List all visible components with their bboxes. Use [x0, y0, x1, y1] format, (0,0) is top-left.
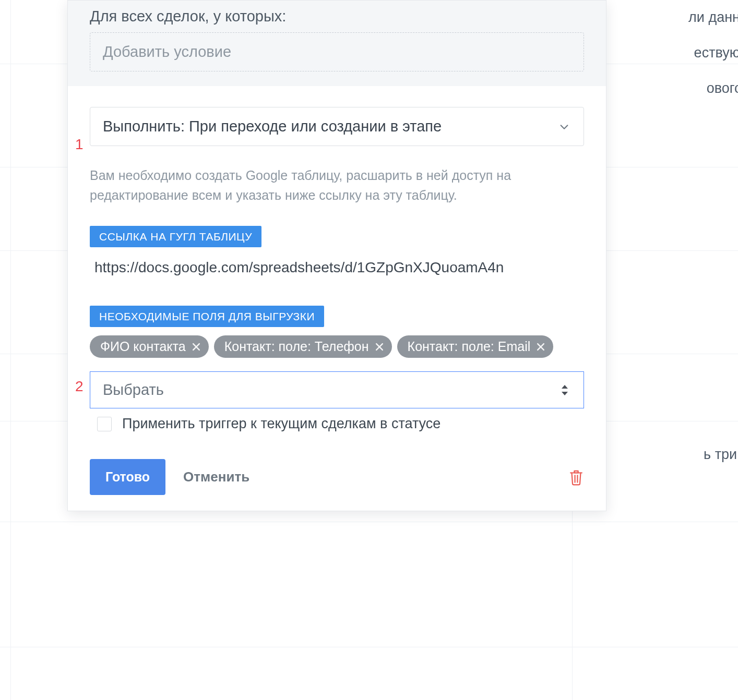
sort-arrows-icon	[561, 384, 569, 396]
remove-tag-icon[interactable]	[191, 342, 201, 352]
chevron-down-icon	[558, 121, 570, 132]
field-tag-label: Контакт: поле: Email	[408, 339, 531, 354]
export-fields-tags: ФИО контакта Контакт: поле: Телефон Конт…	[90, 335, 584, 358]
done-button[interactable]: Готово	[90, 459, 165, 495]
field-tag: Контакт: поле: Телефон	[214, 335, 392, 358]
field-tag: ФИО контакта	[90, 335, 209, 358]
delete-trigger-icon[interactable]	[568, 468, 584, 486]
remove-tag-icon[interactable]	[535, 342, 546, 352]
condition-block: Для всех сделок, у которых: Добавить усл…	[68, 1, 606, 86]
cancel-button[interactable]: Отменить	[183, 469, 249, 485]
trigger-when-label: Выполнить: При переходе или создании в э…	[103, 118, 442, 135]
apply-trigger-row: Применить триггер к текущим сделкам в ст…	[90, 416, 584, 432]
annotation-1: 1	[75, 136, 84, 153]
apply-trigger-label: Применить триггер к текущим сделкам в ст…	[122, 416, 441, 432]
bg-text-fragment: ествую	[694, 45, 738, 61]
field-tag-label: Контакт: поле: Телефон	[224, 339, 369, 354]
apply-trigger-checkbox[interactable]	[97, 417, 112, 431]
add-field-placeholder: Выбрать	[103, 381, 164, 398]
add-field-select[interactable]: Выбрать	[90, 371, 584, 408]
remove-tag-icon[interactable]	[374, 342, 385, 352]
help-text: Вам необходимо создать Google таблицу, р…	[90, 166, 560, 205]
modal-body: 1 Выполнить: При переходе или создании в…	[68, 86, 606, 511]
bg-text-fragment: ли данн	[688, 9, 738, 26]
export-fields-label: НЕОБХОДИМЫЕ ПОЛЯ ДЛЯ ВЫГРУЗКИ	[90, 306, 324, 327]
modal-footer: Готово Отменить	[90, 459, 584, 495]
sheet-link-label: ССЫЛКА НА ГУГЛ ТАБЛИЦУ	[90, 226, 261, 247]
trigger-when-select[interactable]: Выполнить: При переходе или создании в э…	[90, 107, 584, 146]
svg-marker-6	[562, 385, 568, 389]
sheet-link-input[interactable]: https://docs.google.com/spreadsheets/d/1…	[90, 250, 584, 285]
condition-title: Для всех сделок, у которых:	[90, 8, 584, 25]
field-tag: Контакт: поле: Email	[397, 335, 554, 358]
svg-marker-7	[562, 392, 568, 395]
add-condition-button[interactable]: Добавить условие	[90, 32, 584, 71]
bg-text-fragment: ового	[707, 80, 738, 96]
bg-text-fragment: ь триг	[704, 446, 738, 463]
trigger-settings-modal: Для всех сделок, у которых: Добавить усл…	[67, 0, 606, 511]
annotation-2: 2	[75, 378, 84, 395]
field-tag-label: ФИО контакта	[100, 339, 186, 354]
